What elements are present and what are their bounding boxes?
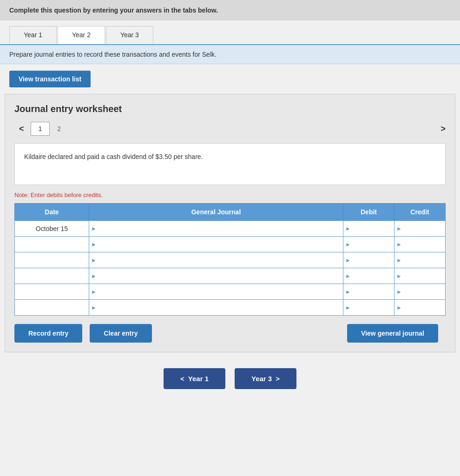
debit-input-2[interactable] [353,238,394,251]
credit-input-6[interactable] [404,301,445,314]
arrow-icon-c1: ► [394,225,404,232]
journal-cell-6[interactable]: ► [89,300,343,316]
col-header-journal: General Journal [89,204,343,221]
prev-year-button[interactable]: < Year 1 [164,368,225,389]
credit-cell-1[interactable]: ► [394,221,446,237]
prev-page-button[interactable]: < [14,122,29,136]
table-row: ► ► ► [15,268,446,284]
col-header-debit: Debit [343,204,394,221]
record-entry-button[interactable]: Record entry [14,324,82,343]
arrow-icon-c6: ► [394,304,404,311]
date-cell-3 [15,252,89,268]
pagination-row: < 1 2 > [14,122,446,136]
col-header-date: Date [15,204,89,221]
date-cell-6 [15,300,89,316]
table-row: ► ► ► [15,237,446,252]
col-header-credit: Credit [394,204,446,221]
arrow-icon-d4: ► [343,273,353,279]
next-year-button[interactable]: Year 3 > [235,368,296,389]
page-1-tab[interactable]: 1 [31,122,50,136]
info-bar: Prepare journal entries to record these … [0,45,460,64]
debit-cell-3[interactable]: ► [343,252,394,268]
arrow-icon-c3: ► [394,257,404,264]
credit-input-2[interactable] [404,238,445,251]
note-text: Note: Enter debits before credits. [14,192,446,198]
journal-table: Date General Journal Debit Credit Octobe… [14,203,446,316]
worksheet-title: Journal entry worksheet [14,104,446,114]
arrow-icon-d2: ► [343,241,353,248]
view-transaction-wrapper: View transaction list [9,71,91,87]
credit-cell-2[interactable]: ► [394,237,446,252]
arrow-icon-j2: ► [89,241,99,248]
instruction-bar: Complete this question by entering your … [0,0,460,20]
worksheet-container: Journal entry worksheet < 1 2 > Kildaire… [5,94,455,352]
tab-year1[interactable]: Year 1 [9,26,57,44]
credit-input-3[interactable] [404,254,445,266]
instruction-text: Complete this question by entering your … [9,7,218,14]
journal-input-2[interactable] [99,238,343,251]
bottom-nav: < Year 1 Year 3 > [0,357,460,403]
journal-input-5[interactable] [99,285,343,298]
debit-input-4[interactable] [353,270,394,282]
info-text: Prepare journal entries to record these … [9,51,217,58]
next-arrow-icon: > [276,375,280,383]
credit-input-5[interactable] [404,285,445,298]
tabs-row: Year 1 Year 2 Year 3 [0,20,460,45]
journal-cell-2[interactable]: ► [89,237,343,252]
debit-input-3[interactable] [353,254,394,266]
view-transaction-button[interactable]: View transaction list [9,71,91,87]
arrow-icon-c4: ► [394,273,404,279]
date-cell-4 [15,268,89,284]
date-cell-2 [15,237,89,252]
date-cell-1: October 15 [15,221,89,237]
journal-input-4[interactable] [99,270,343,282]
credit-input-4[interactable] [404,270,445,282]
clear-entry-button[interactable]: Clear entry [90,324,151,343]
credit-input-1[interactable] [404,222,445,235]
table-row: October 15 ► ► [15,221,446,237]
credit-cell-4[interactable]: ► [394,268,446,284]
next-page-button[interactable]: > [440,124,446,134]
arrow-icon-j5: ► [89,289,99,295]
debit-input-5[interactable] [353,285,394,298]
transaction-description: Kildaire declared and paid a cash divide… [14,143,446,185]
arrow-icon-d3: ► [343,257,353,264]
journal-cell-1[interactable]: ► [89,221,343,237]
next-year-label: Year 3 [251,375,272,383]
debit-cell-1[interactable]: ► [343,221,394,237]
debit-input-6[interactable] [353,301,394,314]
tab-year2[interactable]: Year 2 [58,26,105,44]
arrow-icon-j1: ► [89,225,99,232]
arrow-icon-c2: ► [394,241,404,248]
prev-year-label: Year 1 [188,375,209,383]
debit-cell-6[interactable]: ► [343,300,394,316]
arrow-icon-j6: ► [89,304,99,311]
action-buttons: Record entry Clear entry View general jo… [14,324,446,343]
debit-cell-2[interactable]: ► [343,237,394,252]
table-row: ► ► ► [15,284,446,300]
tab-year3[interactable]: Year 3 [106,26,153,44]
credit-cell-3[interactable]: ► [394,252,446,268]
journal-cell-3[interactable]: ► [89,252,343,268]
journal-cell-4[interactable]: ► [89,268,343,284]
prev-arrow-icon: < [180,375,184,383]
debit-input-1[interactable] [353,222,394,235]
date-cell-5 [15,284,89,300]
view-general-journal-button[interactable]: View general journal [347,324,438,343]
debit-cell-5[interactable]: ► [343,284,394,300]
journal-input-3[interactable] [99,254,343,266]
arrow-icon-d6: ► [343,304,353,311]
table-row: ► ► ► [15,300,446,316]
credit-cell-5[interactable]: ► [394,284,446,300]
page-2-tab[interactable]: 2 [52,122,66,135]
journal-input-6[interactable] [99,301,343,314]
journal-cell-5[interactable]: ► [89,284,343,300]
arrow-icon-d1: ► [343,225,353,232]
journal-input-1[interactable] [99,222,343,235]
arrow-icon-j3: ► [89,257,99,264]
arrow-icon-c5: ► [394,289,404,295]
arrow-icon-d5: ► [343,289,353,295]
debit-cell-4[interactable]: ► [343,268,394,284]
transaction-text: Kildaire declared and paid a cash divide… [24,153,203,160]
credit-cell-6[interactable]: ► [394,300,446,316]
